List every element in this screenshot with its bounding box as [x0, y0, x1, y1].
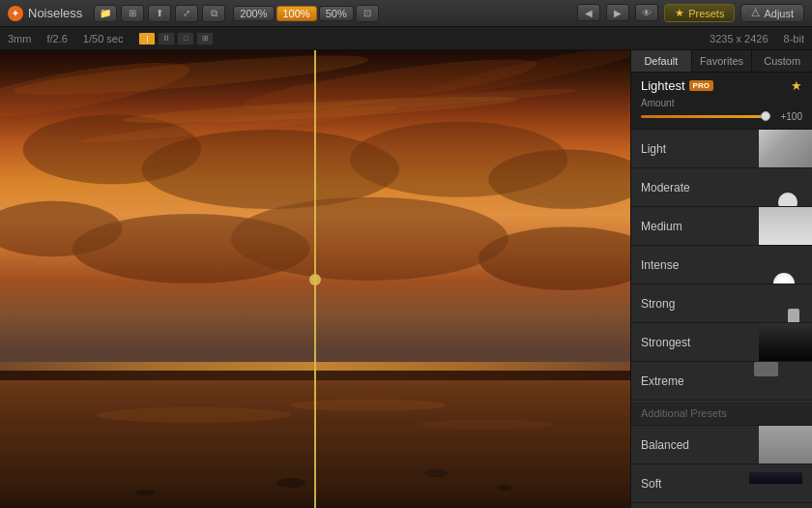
- preset-item-intense[interactable]: Intense: [631, 246, 812, 284]
- svg-point-22: [497, 485, 512, 491]
- share-btn[interactable]: ⬆: [148, 5, 171, 22]
- preset-item-lightest[interactable]: Lightest PRO ★ Amount +100: [631, 73, 812, 130]
- bit-depth: 8-bit: [784, 33, 804, 45]
- preset-item-strongest[interactable]: Strongest: [631, 323, 812, 362]
- tab-custom[interactable]: Custom: [752, 50, 812, 72]
- nav-left-btn[interactable]: ◀: [577, 4, 600, 21]
- view-controls: | ⫼ □ ⊞: [138, 32, 214, 45]
- lightest-label: Lightest: [641, 78, 685, 93]
- logo-icon: ✦: [8, 6, 23, 21]
- preset-label-strongest: Strongest: [641, 336, 802, 349]
- amount-slider-container: +100: [641, 111, 802, 122]
- nav-right-btn[interactable]: ▶: [606, 4, 629, 21]
- app-logo: ✦ Noiseless: [8, 6, 82, 21]
- compare-btn[interactable]: ⧉: [202, 5, 225, 22]
- info-bar: 3mm f/2.6 1/50 sec | ⫼ □ ⊞ 3235 x 2426 8…: [0, 27, 812, 50]
- toolbar-tools: 📁 ⊞ ⬆ ⤢ ⧉: [94, 5, 225, 22]
- split-view-btn[interactable]: |: [138, 32, 156, 45]
- pro-badge: PRO: [689, 80, 713, 91]
- right-panel: Default Favorites Custom Lightest PRO ★ …: [630, 50, 812, 508]
- preset-item-extreme[interactable]: Extreme: [631, 362, 812, 401]
- focal-length: 3mm: [8, 33, 31, 45]
- preset-item-balanced[interactable]: Balanced: [631, 426, 812, 464]
- adjust-btn[interactable]: ⧊ Adjust: [740, 4, 804, 22]
- lightest-star[interactable]: ★: [791, 78, 802, 93]
- tab-favorites[interactable]: Favorites: [692, 50, 753, 72]
- side-by-side-btn[interactable]: ⫼: [158, 32, 175, 45]
- preset-item-strong[interactable]: Strong: [631, 284, 812, 323]
- open-folder-btn[interactable]: 📁: [94, 5, 117, 22]
- image-resolution: 3235 x 2426: [710, 33, 768, 45]
- shutter-speed: 1/50 sec: [83, 33, 124, 45]
- right-toolbar: ◀ ▶ 👁 ★ Presets ⧊ Adjust: [577, 4, 804, 22]
- zoom-100-btn[interactable]: 100%: [276, 6, 317, 21]
- view-btn[interactable]: ⊞: [121, 5, 144, 22]
- preset-label-light: Light: [641, 142, 802, 156]
- lightest-header: Lightest PRO ★: [631, 73, 812, 95]
- svg-point-10: [231, 197, 508, 281]
- preset-item-medium[interactable]: Medium: [631, 207, 812, 246]
- sunset-photo: [0, 50, 630, 508]
- preset-tabs: Default Favorites Custom: [631, 50, 812, 73]
- zoom-controls: 200% 100% 50% ⊡: [233, 5, 378, 22]
- amount-control: Amount +100: [631, 95, 812, 129]
- svg-point-16: [97, 407, 291, 423]
- grid-view-btn[interactable]: ⊞: [196, 32, 214, 45]
- adjust-icon: ⧊: [751, 7, 760, 19]
- aperture: f/2.6: [46, 33, 67, 45]
- amount-slider-track[interactable]: [641, 115, 769, 118]
- presets-btn[interactable]: ★ Presets: [664, 4, 735, 22]
- section-additional-presets: Additional Presets: [631, 401, 812, 426]
- preset-item-soft[interactable]: Soft: [631, 464, 812, 503]
- preset-label-strong: Strong: [641, 297, 749, 311]
- app-title: Noiseless: [28, 6, 82, 20]
- zoom-fit-btn[interactable]: ⊡: [356, 5, 379, 22]
- split-handle[interactable]: [309, 274, 321, 285]
- slider-value: +100: [775, 111, 802, 122]
- slider-fill: [641, 115, 769, 118]
- svg-point-20: [424, 469, 448, 477]
- preset-label-moderate: Moderate: [641, 181, 749, 194]
- svg-point-19: [276, 478, 305, 488]
- single-view-btn[interactable]: □: [177, 32, 194, 45]
- preset-label-medium: Medium: [641, 220, 802, 233]
- preset-label-intense: Intense: [641, 258, 749, 272]
- image-area[interactable]: [0, 50, 630, 508]
- preset-label-soft: Soft: [641, 477, 749, 491]
- preset-label-extreme: Extreme: [641, 374, 749, 388]
- zoom-50-btn[interactable]: 50%: [319, 6, 354, 21]
- svg-point-18: [417, 420, 552, 430]
- preset-item-moderate[interactable]: Moderate: [631, 168, 812, 207]
- eye-btn[interactable]: 👁: [635, 4, 658, 21]
- title-bar: ✦ Noiseless 📁 ⊞ ⬆ ⤢ ⧉ 200% 100% 50% ⊡ ◀ …: [0, 0, 812, 27]
- tab-default[interactable]: Default: [631, 50, 692, 72]
- preset-list: Lightest PRO ★ Amount +100: [631, 73, 812, 508]
- preset-label-balanced: Balanced: [641, 438, 802, 452]
- amount-label: Amount: [641, 98, 802, 108]
- svg-point-21: [135, 490, 155, 495]
- preset-item-light[interactable]: Light: [631, 130, 812, 168]
- main-area: Default Favorites Custom Lightest PRO ★ …: [0, 50, 812, 508]
- slider-thumb[interactable]: [761, 111, 770, 121]
- fullscreen-btn[interactable]: ⤢: [175, 5, 198, 22]
- zoom-200-btn[interactable]: 200%: [233, 6, 274, 21]
- star-icon: ★: [675, 7, 684, 19]
